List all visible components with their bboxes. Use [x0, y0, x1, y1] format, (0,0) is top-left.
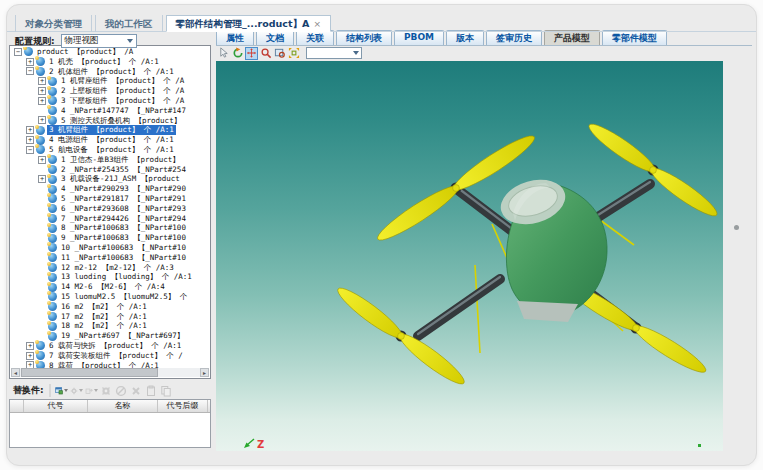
- part-icon: [48, 234, 57, 243]
- tree-item-label: 6 _NPart#293608 【_NPart#293: [59, 204, 188, 214]
- replace-table-header: 代号名称代号后缀: [10, 400, 210, 413]
- window-tab[interactable]: 对象分类管理: [15, 15, 92, 32]
- window-tab-label: 对象分类管理: [25, 18, 82, 31]
- config-rule-select[interactable]: 物理视图: [61, 34, 137, 48]
- window-tab[interactable]: 零部件结构管理_...roduct】A×: [166, 15, 331, 32]
- collapse-icon[interactable]: −: [14, 48, 22, 56]
- tree-item[interactable]: 14 M2-6 【M2-6】 个 /A:4: [11, 282, 209, 292]
- expand-icon[interactable]: +: [38, 175, 46, 183]
- expand-icon[interactable]: +: [26, 342, 34, 350]
- tree-item[interactable]: 9 _NPart#100683 【_NPart#100: [11, 233, 209, 243]
- scrollbar-thumb[interactable]: [21, 368, 158, 377]
- detail-tab[interactable]: 版本: [446, 30, 484, 45]
- tree-item[interactable]: +3 机载设备-21J_ASM 【product: [11, 174, 209, 184]
- detail-tab[interactable]: 属性: [216, 30, 254, 45]
- scroll-left-icon[interactable]: ◂: [11, 368, 20, 377]
- config-rule-label: 配置规则:: [15, 35, 55, 48]
- tree-item-label: 9 _NPart#100683 【_NPart#100: [59, 233, 188, 243]
- tree-item[interactable]: 4 _NPart#290293 【_NPart#290: [11, 184, 209, 194]
- rotate-icon[interactable]: [231, 47, 244, 60]
- tree-item-label: 16 m2 【m2】 个 /A:1: [59, 302, 149, 312]
- tree-item[interactable]: +1 机壳 【product】 个 /A:1: [11, 57, 209, 67]
- tree-item[interactable]: 7 _NPart#294426 【_NPart#294: [11, 214, 209, 224]
- tree-item[interactable]: +2 上壁板组件 【product】 个 /A: [11, 86, 209, 96]
- scrollbar-track[interactable]: [20, 368, 200, 377]
- tree-item[interactable]: +3 机臂组件 【product】 个 /A:1: [11, 125, 209, 135]
- splitter-handle[interactable]: [734, 225, 739, 230]
- tree-item[interactable]: 8 _NPart#100683 【_NPart#100: [11, 223, 209, 233]
- part-icon: [48, 292, 57, 301]
- table-column-header[interactable]: 代号: [24, 400, 88, 412]
- tree-item[interactable]: 16 m2 【m2】 个 /A:1: [11, 302, 209, 312]
- detail-tab[interactable]: 零部件模型: [602, 30, 667, 45]
- expand-icon[interactable]: +: [26, 352, 34, 360]
- tree-item-label: 13 luoding 【luoding】 个 /A:1: [59, 272, 194, 282]
- collapse-icon[interactable]: −: [26, 146, 34, 154]
- tree-horizontal-scrollbar[interactable]: ◂ ▸: [11, 368, 209, 377]
- zoom-icon[interactable]: [259, 47, 272, 60]
- detail-tab[interactable]: 产品模型: [544, 30, 600, 45]
- tree-item[interactable]: +8 载荷 【product】 个 /A:1: [11, 361, 209, 369]
- replace-table-body[interactable]: [10, 413, 210, 447]
- expand-icon[interactable]: +: [26, 58, 34, 66]
- tree-item[interactable]: 15 luomuM2.5 【luomuM2.5】 个: [11, 292, 209, 302]
- tree-item[interactable]: +7 载荷安装板组件 【product】 个 /: [11, 351, 209, 361]
- tree-item-label: 7 载荷安装板组件 【product】 个 /: [47, 351, 185, 361]
- tree-item[interactable]: 5 _NPart#291817 【_NPart#291: [11, 194, 209, 204]
- tree-item[interactable]: +4 电源组件 【product】 个 /A:1: [11, 135, 209, 145]
- expand-icon[interactable]: +: [26, 361, 34, 368]
- tree-item[interactable]: 17 m2 【m2】 个 /A:1: [11, 312, 209, 322]
- expand-icon[interactable]: +: [38, 97, 46, 105]
- part-icon: [48, 312, 57, 321]
- expand-icon[interactable]: +: [38, 156, 46, 164]
- table-column-header[interactable]: [10, 400, 24, 412]
- replace-part-table: 代号名称代号后缀: [9, 399, 211, 448]
- new-replacement-icon[interactable]: [55, 384, 68, 397]
- expand-icon[interactable]: +: [38, 77, 46, 85]
- table-column-header[interactable]: 名称: [88, 400, 158, 412]
- 3d-viewport[interactable]: Z: [216, 61, 723, 451]
- detail-tab[interactable]: 结构列表: [336, 30, 392, 45]
- tree-item[interactable]: 11 _NPart#100683 【_NPart#10: [11, 253, 209, 263]
- tree-item[interactable]: +3 下壁板组件 【product】 个 /A: [11, 96, 209, 106]
- structure-tree-panel: −product 【product】 /A+1 机壳 【product】 个 /…: [9, 45, 211, 379]
- tree-item[interactable]: +1 卫信杰-单B3组件 【product】: [11, 155, 209, 165]
- view-selector-combo[interactable]: [306, 47, 362, 59]
- expand-icon[interactable]: +: [26, 136, 34, 144]
- tree-item[interactable]: 6 _NPart#293608 【_NPart#293: [11, 204, 209, 214]
- tree-item[interactable]: 2 _NPart#254355 【_NPart#254: [11, 165, 209, 175]
- tree-item[interactable]: 12 m2-12 【m2-12】 个 /A:3: [11, 263, 209, 273]
- tree-item[interactable]: 19 _NPart#697 【_NPart#697】: [11, 331, 209, 341]
- expand-icon[interactable]: +: [38, 116, 46, 124]
- detail-tab[interactable]: 文档: [256, 30, 294, 45]
- tree-item[interactable]: +5 测控天线折叠机构 【product】: [11, 116, 209, 126]
- part-icon: [48, 87, 57, 96]
- part-icon: [48, 302, 57, 311]
- tree-item[interactable]: −product 【product】 /A: [11, 47, 209, 57]
- tree-item[interactable]: −2 机体组件 【product】 个 /A:1: [11, 67, 209, 77]
- pan-icon[interactable]: [245, 47, 258, 60]
- part-icon: [24, 47, 33, 56]
- expand-icon[interactable]: +: [38, 87, 46, 95]
- tree-item[interactable]: +6 载荷与快拆 【product】 个 /A:1: [11, 341, 209, 351]
- table-column-header[interactable]: 代号后缀: [158, 400, 208, 412]
- tree-item[interactable]: +1 机臂座组件 【product】 个 /A: [11, 76, 209, 86]
- zoom-window-icon[interactable]: [273, 47, 286, 60]
- part-icon: [36, 136, 45, 145]
- collapse-icon[interactable]: −: [26, 67, 34, 75]
- tree-item[interactable]: 18 m2 【m2】 个 /A:1: [11, 321, 209, 331]
- tree-item[interactable]: 13 luoding 【luoding】 个 /A:1: [11, 272, 209, 282]
- detail-tab[interactable]: 关联: [296, 30, 334, 45]
- tree-item-label: 1 卫信杰-单B3组件 【product】: [59, 155, 182, 165]
- scroll-right-icon[interactable]: ▸: [200, 368, 209, 377]
- tab-close-icon[interactable]: ×: [313, 19, 321, 29]
- tree-item[interactable]: 10 _NPart#100683 【_NPart#10: [11, 243, 209, 253]
- fit-all-icon[interactable]: [287, 47, 300, 60]
- tree-item[interactable]: 4 _NPart#147747 【_NPart#147: [11, 106, 209, 116]
- expand-icon[interactable]: +: [26, 126, 34, 134]
- window-tab[interactable]: 我的工作区: [95, 15, 163, 32]
- detail-tab[interactable]: PBOM: [394, 30, 444, 45]
- select-cursor-icon[interactable]: [217, 47, 230, 60]
- tree-item[interactable]: −5 航电设备 【product】 个 /A:1: [11, 145, 209, 155]
- detail-tab[interactable]: 签审历史: [486, 30, 542, 45]
